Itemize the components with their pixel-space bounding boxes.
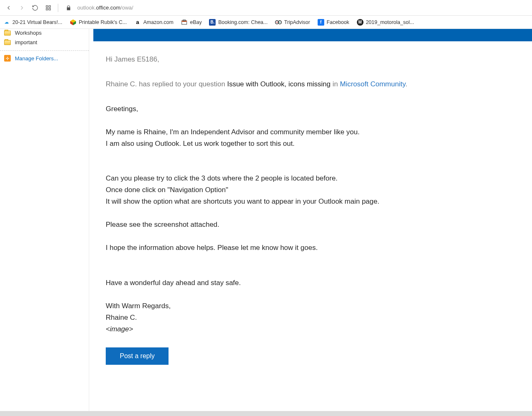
paragraph-intro: My name is Rhaine, I'm an Independent Ad… [106, 126, 494, 150]
bookmark-label: Facebook [327, 19, 349, 25]
svg-point-13 [279, 21, 280, 22]
bookmark-virtual-bears[interactable]: ☁ 20-21 Virtual Bears!... [3, 19, 62, 26]
toolbar-separator [58, 4, 58, 12]
paragraph-day: Have a wonderful day ahead and stay safe… [106, 277, 494, 289]
svg-rect-2 [46, 8, 48, 10]
intro-period: . [405, 80, 407, 88]
message-body: Hi James E5186, Rhaine C. has replied to… [93, 54, 506, 381]
body-line: I am also using Outlook. Let us work tog… [106, 138, 494, 150]
facebook-icon: f [318, 19, 324, 26]
reading-pane: Hi James E5186, Rhaine C. has replied to… [89, 29, 532, 416]
folder-important[interactable]: important [0, 38, 89, 47]
tripadvisor-icon [275, 19, 282, 26]
paragraph-steps: Can you please try to click the 3 dots w… [106, 173, 494, 207]
signature-name: Rhaine C. [106, 312, 494, 323]
folder-icon [4, 40, 11, 45]
bookmark-label: Amazon.com [143, 19, 173, 25]
url-domain: office.com [96, 5, 121, 11]
body-line: Once done click on "Navigation Option" [106, 184, 494, 196]
intro-in: in [330, 80, 340, 88]
bottom-scrollbar-strip [0, 411, 532, 416]
bookmark-motorola[interactable]: M 2019_motorola_sol... [357, 19, 414, 26]
back-button[interactable] [3, 2, 14, 13]
greeting-line: Hi James E5186, [106, 54, 494, 65]
bookmark-label: Printable Rubik's C... [79, 19, 127, 25]
url-subdomain: outlook. [77, 5, 96, 11]
forward-button[interactable] [17, 2, 27, 13]
post-reply-button[interactable]: Post a reply [106, 347, 169, 365]
message-scroll[interactable]: Hi James E5186, Rhaine C. has replied to… [93, 29, 532, 416]
url-path: /owa/ [121, 5, 133, 11]
reload-button[interactable] [30, 2, 40, 13]
address-bar[interactable]: outlook.office.com/owa/ [76, 3, 529, 12]
bookmark-label: eBay [190, 19, 202, 25]
app-area: Workshops important ✢ Manage Folders... … [0, 29, 532, 416]
cloud-icon: ☁ [3, 19, 10, 26]
bookmark-label: Booking.com: Chea... [218, 19, 268, 25]
intro-subject: Issue with Outlook, icons missing [227, 80, 330, 88]
paragraph-hope: I hope the information above helps. Plea… [106, 242, 494, 254]
svg-rect-1 [49, 5, 50, 7]
signature-line: With Warm Regards, [106, 300, 494, 312]
gear-icon: ✢ [4, 55, 11, 62]
body-line: My name is Rhaine, I'm an Independent Ad… [106, 126, 494, 138]
intro-prefix: Rhaine C. has replied to your question [106, 80, 227, 88]
folder-workshops[interactable]: Workshops [0, 29, 89, 38]
folder-sidebar: Workshops important ✢ Manage Folders... [0, 29, 89, 416]
svg-rect-0 [46, 5, 48, 7]
manage-folders-link[interactable]: ✢ Manage Folders... [0, 53, 89, 63]
reply-intro-line: Rhaine C. has replied to your question I… [106, 78, 494, 90]
body-line: It will show the option what are shortcu… [106, 196, 494, 207]
bookmark-ebay[interactable]: eBay [181, 19, 202, 26]
signature-block: With Warm Regards, Rhaine C. <image> [106, 300, 494, 335]
lock-icon [66, 5, 71, 11]
intro-community-link[interactable]: Microsoft Community [340, 80, 405, 88]
paragraph-screenshot: Please see the screenshot attached. [106, 219, 494, 231]
bookmark-facebook[interactable]: f Facebook [318, 19, 349, 26]
svg-point-12 [276, 21, 277, 22]
motorola-icon: M [357, 19, 363, 26]
sidebar-divider [0, 50, 89, 51]
cube-icon [70, 19, 76, 26]
svg-rect-3 [49, 8, 50, 10]
browser-toolbar: outlook.office.com/owa/ [0, 0, 532, 16]
bookmark-amazon[interactable]: a Amazon.com [134, 19, 173, 26]
bookmark-booking[interactable]: B. Booking.com: Chea... [209, 19, 268, 26]
bookmark-label: TripAdvisor [284, 19, 310, 25]
booking-icon: B. [209, 19, 216, 26]
bookmark-tripadvisor[interactable]: TripAdvisor [275, 19, 310, 26]
body-line: Can you please try to click the 3 dots w… [106, 173, 494, 184]
bookmark-rubiks[interactable]: Printable Rubik's C... [70, 19, 127, 26]
amazon-icon: a [134, 19, 141, 26]
greetings-line: Greetings, [106, 103, 494, 115]
folder-icon [4, 31, 11, 36]
ebay-icon [181, 19, 188, 26]
folder-label: Workshops [15, 30, 42, 36]
apps-button[interactable] [43, 2, 54, 13]
image-placeholder: <image> [106, 323, 494, 335]
bookmark-bar: ☁ 20-21 Virtual Bears!... Printable Rubi… [0, 16, 532, 29]
manage-folders-label: Manage Folders... [15, 55, 58, 62]
message-header-bar [93, 29, 532, 41]
bookmark-label: 20-21 Virtual Bears!... [12, 19, 62, 25]
bookmark-label: 2019_motorola_sol... [366, 19, 414, 25]
folder-label: important [15, 39, 37, 45]
